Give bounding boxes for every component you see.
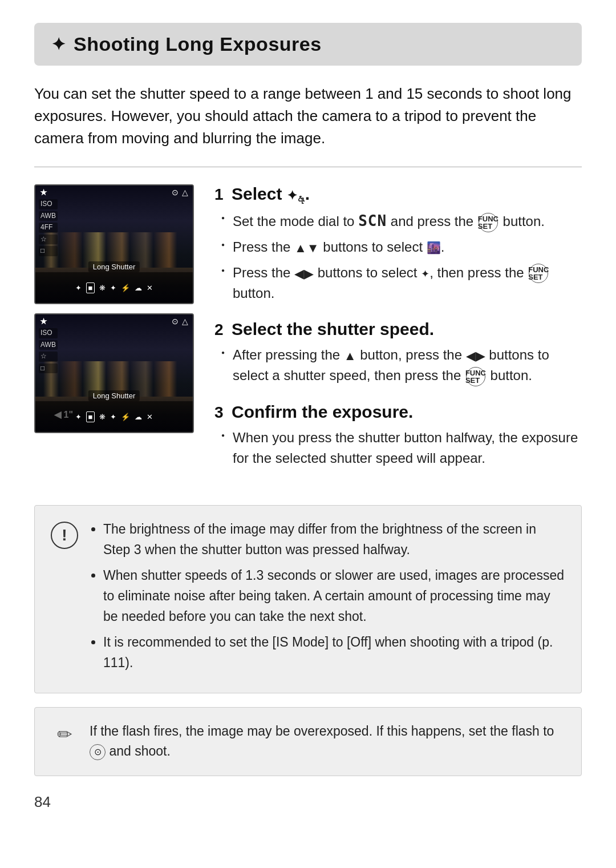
- bottom-icon-x-2: ✕: [147, 413, 153, 421]
- left-right-arrows-1: ◀▶: [294, 267, 314, 281]
- intro-text: You can set the shutter speed to a range…: [34, 83, 582, 150]
- camera-images-column: ★ ⊙ △ ISO AWB 4FF ☆ □ Long Shutter ✦ ■ ❋…: [34, 184, 194, 485]
- left-right-arrows-2: ◀▶: [466, 349, 485, 363]
- bottom-icon-cloud-2: ☁: [135, 413, 142, 421]
- step-3: 3 Confirm the exposure. When you press t…: [214, 402, 582, 469]
- long-shutter-icon-2: ✦: [421, 268, 429, 280]
- step-2-number: 2: [214, 321, 226, 339]
- timer-icon-2: ⊙: [172, 317, 179, 326]
- notice-exclamation-icon: !: [51, 522, 78, 549]
- af-icon: ☆: [39, 235, 58, 245]
- bottom-icon-lightning: ⚡: [121, 284, 130, 292]
- af-icon-2: ☆: [39, 352, 58, 362]
- long-shutter-label-1: Long Shutter: [88, 261, 140, 272]
- step-2-bullet-1: After pressing the ▲ button, press the ◀…: [221, 345, 582, 386]
- step-3-header: 3 Confirm the exposure.: [214, 402, 582, 422]
- page-title: Shooting Long Exposures: [74, 33, 322, 55]
- bottom-icon-flower-2: ❋: [99, 413, 106, 421]
- bottom-icon-selected-2: ■: [86, 411, 95, 422]
- bottom-icon-sun: ✦: [75, 284, 82, 292]
- lock-icon: △: [182, 188, 188, 197]
- star-mode-icon-2: ★: [40, 317, 47, 326]
- long-shutter-label-2: Long Shutter: [88, 390, 140, 401]
- top-right-icons-1: ⊙ △: [172, 188, 188, 197]
- up-down-arrows-1: ▲▼: [294, 241, 319, 256]
- iso-icon-2: ISO: [39, 328, 58, 338]
- notice-content: The brightness of the image may differ f…: [90, 519, 565, 679]
- notice-bullet-1: The brightness of the image may differ f…: [103, 519, 565, 560]
- scn-label: SCN: [358, 212, 387, 229]
- steps-column: 1 Select ✦꩷. Set the mode dial to SCN an…: [214, 184, 582, 485]
- awb-icon-2: AWB: [39, 340, 58, 350]
- header-star-icon: ✦: [51, 34, 66, 54]
- top-left-icons-2: ★: [40, 317, 47, 326]
- left-icons-2: ISO AWB ☆ □: [39, 328, 58, 373]
- 4ff-icon: 4FF: [39, 223, 58, 233]
- step-1-number: 1: [214, 185, 226, 204]
- top-left-icons-1: ★: [40, 188, 47, 197]
- flash-symbol: ⊙: [90, 744, 106, 760]
- page-header: ✦ Shooting Long Exposures: [34, 23, 582, 66]
- square-icon: □: [39, 246, 58, 256]
- section-divider: [34, 167, 582, 167]
- tip-text: If the flash fires, the image may be ove…: [90, 721, 565, 762]
- step-1-title-text: Select: [232, 184, 287, 203]
- bottom-icon-flower: ❋: [99, 284, 106, 292]
- lock-icon-2: △: [182, 317, 188, 326]
- step-1-bullet-1: Set the mode dial to SCN and press the F…: [221, 210, 582, 232]
- bottom-icon-star2: ✦: [110, 284, 116, 292]
- step-2-title: Select the shutter speed.: [232, 320, 434, 339]
- step-1-bullet-2: Press the ▲▼ buttons to select 🌆.: [221, 237, 582, 257]
- camera-screen-1: ★ ⊙ △ ISO AWB 4FF ☆ □ Long Shutter ✦ ■ ❋…: [34, 184, 194, 304]
- step-2-bullets: After pressing the ▲ button, press the ◀…: [214, 345, 582, 386]
- iso-icon: ISO: [39, 199, 58, 209]
- step-1-title: Select ✦꩷.: [232, 184, 310, 204]
- camera-overlay-top-2: ★ ⊙ △: [35, 314, 193, 328]
- step-2: 2 Select the shutter speed. After pressi…: [214, 320, 582, 386]
- awb-icon: AWB: [39, 211, 58, 221]
- step-2-header: 2 Select the shutter speed.: [214, 320, 582, 339]
- func-btn-3: FUNCSET: [466, 367, 485, 386]
- square-icon-2: □: [39, 364, 58, 374]
- pencil-icon: ✏: [51, 724, 78, 751]
- bottom-icon-star2-2: ✦: [110, 413, 116, 421]
- bottom-icon-x: ✕: [147, 284, 153, 292]
- timer-icon: ⊙: [172, 188, 179, 197]
- up-arrow: ▲: [344, 349, 356, 363]
- bottom-icon-selected-1: ■: [86, 282, 95, 293]
- step-1-bullets: Set the mode dial to SCN and press the F…: [214, 210, 582, 304]
- bottom-bar-1: ✦ ■ ❋ ✦ ⚡ ☁ ✕: [35, 272, 193, 303]
- camera-screen-2: ★ ⊙ △ ISO AWB ☆ □ Long Shutter ◀ 1" ✦ ■ …: [34, 313, 194, 433]
- step-1: 1 Select ✦꩷. Set the mode dial to SCN an…: [214, 184, 582, 304]
- page-number: 84: [34, 793, 582, 811]
- long-shutter-icon-inline: ✦꩷: [287, 188, 305, 203]
- main-content: ★ ⊙ △ ISO AWB 4FF ☆ □ Long Shutter ✦ ■ ❋…: [34, 184, 582, 485]
- top-right-icons-2: ⊙ △: [172, 317, 188, 326]
- step-3-title: Confirm the exposure.: [232, 402, 413, 422]
- bottom-icon-sun-2: ✦: [75, 413, 82, 421]
- step-3-number: 3: [214, 403, 226, 422]
- star-mode-icon: ★: [40, 188, 47, 197]
- tip-box: ✏ If the flash fires, the image may be o…: [34, 707, 582, 776]
- notice-bullets: The brightness of the image may differ f…: [90, 519, 565, 673]
- notice-bullet-3: It is recommended to set the [IS Mode] t…: [103, 632, 565, 673]
- bottom-icon-lightning-2: ⚡: [121, 413, 130, 421]
- step-1-bullet-3: Press the ◀▶ buttons to select ✦, then p…: [221, 263, 582, 304]
- step-3-bullet-1: When you press the shutter button halfwa…: [221, 427, 582, 469]
- step-1-header: 1 Select ✦꩷.: [214, 184, 582, 204]
- bottom-bar-2: ✦ ■ ❋ ✦ ⚡ ☁ ✕: [35, 401, 193, 432]
- func-btn-2: FUNCSET: [529, 264, 548, 283]
- notice-box: ! The brightness of the image may differ…: [34, 505, 582, 693]
- step-3-bullets: When you press the shutter button halfwa…: [214, 427, 582, 469]
- notice-bullet-2: When shutter speeds of 1.3 seconds or sl…: [103, 566, 565, 627]
- camera-overlay-top-1: ★ ⊙ △: [35, 185, 193, 199]
- left-icons-1: ISO AWB 4FF ☆ □: [39, 199, 58, 256]
- sunset-icon: 🌆: [427, 241, 441, 254]
- bottom-icon-cloud: ☁: [135, 284, 142, 292]
- func-btn-1: FUNCSET: [479, 213, 498, 232]
